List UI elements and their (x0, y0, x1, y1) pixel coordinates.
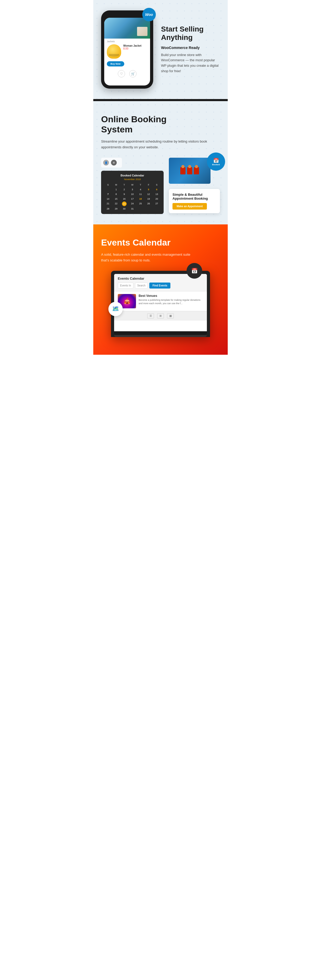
event-title: Best Venues (138, 294, 203, 298)
cal-cell: 29 (112, 207, 120, 211)
product-name: Woman Jacket (123, 44, 148, 47)
product-category: Jackets (104, 38, 150, 43)
events-title: Events Calendar (101, 237, 220, 248)
event-row: Best Venues Become a publishing template… (118, 294, 203, 308)
cal-cell: 30 (120, 207, 128, 211)
cal-cell: 11 (137, 192, 145, 196)
cal-header-sa: S (153, 183, 160, 187)
cal-cell (104, 188, 112, 192)
heart-icon: ♡ (118, 70, 125, 77)
skydive-figures (180, 167, 199, 174)
woo-badge: Woo (142, 8, 156, 21)
events-in-input[interactable]: Events In (118, 283, 133, 288)
phone-screen-image (104, 18, 150, 38)
product-info: Woman Jacket 8.00 (123, 44, 148, 50)
product-price: 8.00 (123, 47, 148, 50)
calendar-plugin-icon: 📅 (191, 268, 198, 274)
phone-screen: Jackets Woman Jacket 8.00 Buy Now ♡ 🛒 (104, 18, 150, 86)
cal-cell: 28 (104, 207, 112, 211)
phone-bottom-icons: ♡ 🛒 (104, 68, 150, 80)
booking-left-panel: 👤 ⊞ Booked Calendar November 2018 S M T … (101, 158, 164, 214)
cal-cell: 14 (104, 197, 112, 201)
make-appointment-button[interactable]: Make an Appoinment (173, 203, 207, 210)
skydive-figure-2 (187, 167, 192, 174)
buy-now-button[interactable]: Buy Now (107, 61, 124, 67)
calendar-grid: S M T W T F S 1 2 3 4 5 6 7 (104, 183, 160, 211)
cal-header-mo: M (112, 183, 120, 187)
cal-cell: 12 (145, 192, 153, 196)
booked-calendar: Booked Calendar November 2018 S M T W T … (101, 171, 164, 214)
cal-header-su: S (104, 183, 112, 187)
cal-cell-6: 6 (153, 188, 160, 192)
cal-header-we: W (129, 183, 136, 187)
cal-cell-7: 7 (104, 192, 112, 196)
woo-title: Start Selling Anything (161, 25, 220, 42)
cal-cell: 2 (120, 188, 128, 192)
booking-card: Simple & Beautiful Appointment Booking M… (169, 189, 220, 213)
booking-section: Online Booking System Streamline your ap… (93, 101, 228, 224)
skydive-image (169, 158, 211, 184)
booking-card-title: Simple & Beautiful Appointment Booking (173, 192, 216, 200)
booking-description: Streamline your appointment scheduling r… (101, 138, 220, 150)
laptop-container: 📅 🗺️ Events Calendar Events In Search Fi… (101, 271, 220, 337)
laptop-content: Best Venues Become a publishing template… (114, 291, 207, 311)
cal-cell: 21 (104, 202, 112, 206)
events-search-row: Events In Search Find Events (118, 283, 203, 288)
cal-cell: 24 (129, 202, 136, 206)
cal-cell: 25 (137, 202, 145, 206)
booked-badge: 📅 Booked (207, 153, 225, 171)
dark-divider (93, 99, 228, 101)
cal-cell: 8 (112, 192, 120, 196)
events-section: Events Calendar A solid, feature-rich ca… (93, 224, 228, 355)
cal-header-th: T (137, 183, 145, 187)
woo-section: Jackets Woman Jacket 8.00 Buy Now ♡ 🛒 Wo… (93, 0, 228, 99)
maps-icon: 🗺️ (112, 305, 119, 312)
laptop-stand (114, 331, 207, 335)
cal-cell: 22 (112, 202, 120, 206)
list-view-icon[interactable]: ☰ (147, 313, 154, 318)
cal-cell-18: 18 (137, 197, 145, 201)
cal-cell: 26 (145, 202, 153, 206)
calendar-small-icon: ⊞ (111, 160, 117, 165)
cal-cell: 10 (129, 192, 136, 196)
cal-cell: 16 (120, 197, 128, 201)
maps-badge: 🗺️ (108, 302, 123, 316)
booking-right-panel: 📅 Booked Simple & Beautiful Appointment … (169, 158, 220, 214)
cal-cell: 3 (129, 188, 136, 192)
cal-cell: 27 (153, 202, 160, 206)
woo-badge-text: Woo (145, 13, 153, 17)
skydive-figure-3 (194, 167, 199, 174)
cal-cell (137, 207, 145, 211)
events-plugin-badge: 📅 (187, 263, 202, 278)
woo-text-content: Start Selling Anything WooCommerce Ready… (161, 25, 220, 74)
event-info: Best Venues Become a publishing template… (138, 294, 203, 305)
booking-title: Online Booking System (101, 114, 220, 135)
calendar-month: November 2018 (104, 178, 160, 181)
cal-cell-5: 5 (145, 188, 153, 192)
laptop-screen: Events Calendar Events In Search Find Ev… (114, 274, 207, 331)
search-input[interactable]: Search (135, 283, 148, 288)
booking-image-container: 📅 Booked (169, 158, 220, 184)
cart-icon: 🛒 (129, 70, 137, 77)
booking-demo: 👤 ⊞ Booked Calendar November 2018 S M T … (101, 158, 220, 214)
phone-product-row: Woman Jacket 8.00 (104, 43, 150, 60)
cal-cell: 4 (137, 188, 145, 192)
helmet-image (107, 44, 121, 59)
booked-badge-label: Booked (212, 164, 220, 166)
find-events-button[interactable]: Find Events (149, 283, 170, 288)
grid-view-icon[interactable]: ⊞ (157, 313, 164, 318)
cal-cell (153, 207, 160, 211)
calendar-view-icon[interactable]: ▦ (167, 313, 174, 318)
cal-cell: 20 (153, 197, 160, 201)
cal-cell: 17 (129, 197, 136, 201)
calendar-title: Booked Calendar (104, 174, 160, 177)
events-description: A solid, feature-rich calendar and event… (101, 252, 220, 263)
calendar-badge-icon: 📅 (213, 158, 219, 164)
cal-cell: 13 (153, 192, 160, 196)
phone-mockup: Jackets Woman Jacket 8.00 Buy Now ♡ 🛒 Wo… (101, 10, 153, 89)
cal-cell: 19 (145, 197, 153, 201)
laptop-bottom-icons: ☰ ⊞ ▦ (114, 311, 207, 321)
cal-cell-today: 23 (122, 202, 127, 206)
cal-cell: 9 (120, 192, 128, 196)
phone-outer: Jackets Woman Jacket 8.00 Buy Now ♡ 🛒 Wo… (101, 10, 153, 89)
